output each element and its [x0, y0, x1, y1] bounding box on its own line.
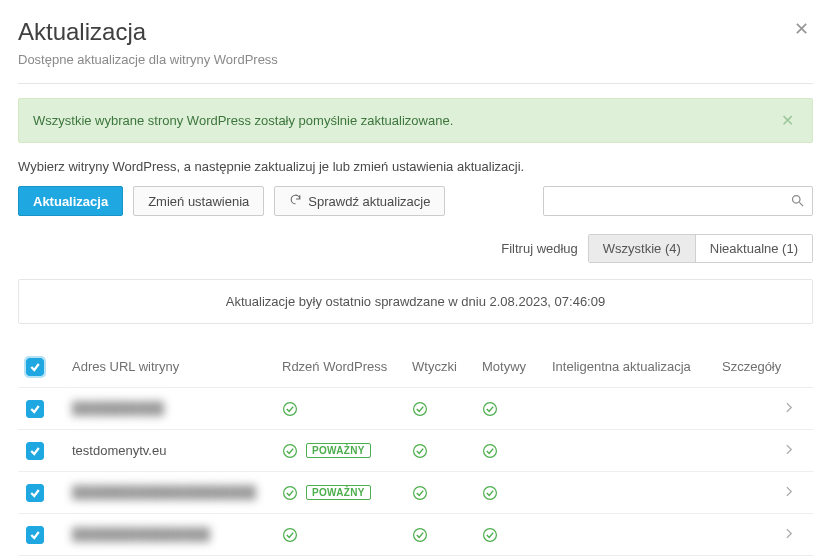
details-chevron-icon[interactable] [786, 443, 805, 458]
check-circle-icon [482, 401, 498, 417]
alert-text: Wszystkie wybrane strony WordPress zosta… [33, 113, 777, 128]
sites-table: Adres URL witryny Rdzeń WordPress Wtyczk… [18, 346, 813, 556]
svg-point-0 [793, 196, 801, 204]
svg-point-3 [414, 402, 427, 415]
svg-line-1 [799, 202, 803, 206]
svg-point-7 [484, 444, 497, 457]
filter-outdated[interactable]: Nieaktualne (1) [695, 235, 812, 262]
modal-subtitle: Dostępne aktualizacje dla witryny WordPr… [18, 52, 790, 67]
check-circle-icon [412, 401, 428, 417]
check-circle-icon [412, 527, 428, 543]
search-icon[interactable] [790, 193, 805, 211]
check-circle-icon [482, 527, 498, 543]
svg-point-9 [414, 486, 427, 499]
col-url: Adres URL witryny [72, 359, 282, 374]
svg-point-13 [484, 528, 497, 541]
check-circle-icon [482, 443, 498, 459]
search-field[interactable] [543, 186, 813, 216]
check-updates-label: Sprawdź aktualizacje [308, 194, 430, 209]
table-header: Adres URL witryny Rdzeń WordPress Wtyczk… [18, 346, 813, 388]
check-circle-icon [282, 485, 298, 501]
site-url[interactable]: ██████████ [72, 401, 164, 416]
col-details: Szczegóły [722, 359, 805, 374]
row-checkbox[interactable] [26, 400, 44, 418]
alert-close-icon[interactable]: ✕ [777, 111, 798, 130]
search-input[interactable] [543, 186, 813, 216]
select-all-checkbox[interactable] [26, 358, 44, 376]
refresh-icon [289, 193, 302, 209]
details-chevron-icon[interactable] [786, 485, 805, 500]
svg-point-2 [284, 402, 297, 415]
details-chevron-icon[interactable] [786, 527, 805, 542]
col-smart: Inteligentna aktualizacja [552, 359, 722, 374]
check-circle-icon [282, 527, 298, 543]
svg-point-10 [484, 486, 497, 499]
row-checkbox[interactable] [26, 526, 44, 544]
severity-badge: POWAŻNY [306, 443, 371, 458]
filter-all[interactable]: Wszystkie (4) [589, 235, 695, 262]
filter-segment: Wszystkie (4) Nieaktualne (1) [588, 234, 813, 263]
success-alert: Wszystkie wybrane strony WordPress zosta… [18, 98, 813, 143]
site-url[interactable]: ███████████████ [72, 527, 210, 542]
severity-badge: POWAŻNY [306, 485, 371, 500]
svg-point-11 [284, 528, 297, 541]
col-core: Rdzeń WordPress [282, 359, 412, 374]
svg-point-4 [484, 402, 497, 415]
filter-label: Filtruj według [501, 241, 578, 256]
row-checkbox[interactable] [26, 484, 44, 502]
change-settings-button[interactable]: Zmień ustawienia [133, 186, 264, 216]
modal-title: Aktualizacja [18, 18, 790, 46]
check-circle-icon [282, 443, 298, 459]
check-circle-icon [412, 443, 428, 459]
toolbar: Aktualizacja Zmień ustawienia Sprawdź ak… [18, 186, 813, 216]
svg-point-5 [284, 444, 297, 457]
svg-point-12 [414, 528, 427, 541]
site-url[interactable]: testdomenytv.eu [72, 443, 166, 458]
check-updates-button[interactable]: Sprawdź aktualizacje [274, 186, 445, 216]
details-chevron-icon[interactable] [786, 401, 805, 416]
update-button[interactable]: Aktualizacja [18, 186, 123, 216]
table-row: ████████████████████POWAŻNY [18, 472, 813, 514]
row-checkbox[interactable] [26, 442, 44, 460]
col-plugins: Wtyczki [412, 359, 482, 374]
check-circle-icon [482, 485, 498, 501]
col-themes: Motywy [482, 359, 552, 374]
update-modal: Aktualizacja Dostępne aktualizacje dla w… [0, 0, 831, 556]
table-row: ██████████ [18, 388, 813, 430]
check-circle-icon [282, 401, 298, 417]
divider [18, 83, 813, 84]
filter-row: Filtruj według Wszystkie (4) Nieaktualne… [18, 234, 813, 263]
check-circle-icon [412, 485, 428, 501]
instruction-text: Wybierz witryny WordPress, a następnie z… [18, 159, 813, 174]
table-row: ███████████████ [18, 514, 813, 556]
svg-point-6 [414, 444, 427, 457]
modal-header: Aktualizacja Dostępne aktualizacje dla w… [18, 18, 813, 67]
close-icon[interactable]: ✕ [790, 18, 813, 40]
last-checked-banner: Aktualizacje były ostatnio sprawdzane w … [18, 279, 813, 324]
svg-point-8 [284, 486, 297, 499]
site-url[interactable]: ████████████████████ [72, 485, 256, 500]
table-row: testdomenytv.euPOWAŻNY [18, 430, 813, 472]
